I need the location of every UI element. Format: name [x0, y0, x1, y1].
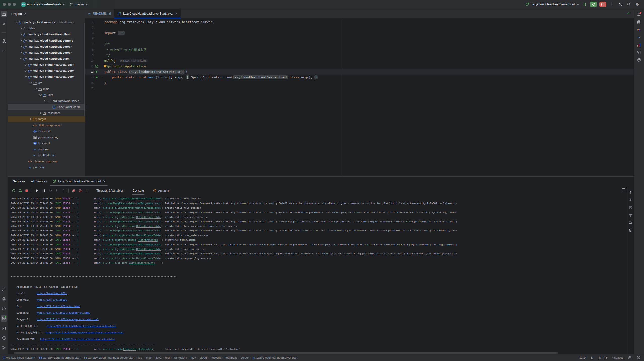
breadcrumb-item[interactable]: heartbeat: [225, 356, 237, 359]
console-output[interactable]: 2024-09-28T11:13:14.670+08:00 WARN 25354…: [8, 195, 634, 354]
project-widget[interactable]: WN wu-lazy-cloud-network: [19, 2, 67, 7]
tab-all-services[interactable]: All Services: [28, 177, 50, 186]
breadcrumb-item[interactable]: java: [156, 356, 161, 359]
tree-item[interactable]: wu-lazy-cloud-heartbeat-serv: [8, 74, 85, 80]
log-logger-name[interactable]: MysqlSourceAdvancedTargetAbstract: [113, 252, 161, 255]
breadcrumb-item[interactable]: org: [165, 356, 170, 359]
editor-tab[interactable]: LazyCloudHeartbeatServerStart.java✕: [114, 9, 181, 18]
view-tab-actuator[interactable]: Actuator: [150, 188, 172, 193]
tree-chevron-icon[interactable]: [38, 94, 42, 96]
tree-item[interactable]: target: [8, 116, 85, 122]
code-line[interactable]: 16}: [85, 80, 634, 86]
tree-item[interactable]: M↓README.md: [8, 152, 85, 158]
tree-item[interactable]: jar-memory.png: [8, 134, 85, 140]
run-configuration-widget[interactable]: LazyCloudHeartbeatServerStart: [525, 2, 579, 6]
resume-button[interactable]: [34, 188, 40, 194]
code-line[interactable]: 9 */: [85, 53, 634, 58]
tab-run-configuration[interactable]: LazyCloudHeartbeatServerStart ✕: [50, 177, 108, 186]
project-tree-scrollbar[interactable]: [84, 23, 85, 116]
code-line[interactable]: 12public class LazyCloudHeartbeatServerS…: [85, 69, 634, 75]
close-window-button[interactable]: [3, 3, 6, 6]
view-breakpoints-button[interactable]: [77, 188, 83, 194]
tree-item[interactable]: Dockerfile: [8, 128, 85, 134]
log-logger-name[interactable]: MysqlSourceAdvancedTargetAbstract: [113, 220, 161, 223]
tree-item[interactable]: wu-lazy-cloud-heartbeat-client: [8, 31, 85, 37]
tree-chevron-icon[interactable]: [19, 33, 23, 36]
prev-occurrence-button[interactable]: [628, 190, 633, 195]
zoom-window-button[interactable]: [13, 3, 16, 6]
gutter-run-icon[interactable]: [94, 70, 99, 74]
status-item[interactable]: 12:14: [579, 356, 587, 359]
add-user-button[interactable]: [617, 1, 623, 7]
console-link[interactable]: http://localhost:6001: [37, 292, 67, 295]
breadcrumb-item[interactable]: wu-lazy-cloud-network: [3, 356, 35, 359]
log-logger-name[interactable]: LazyOperationMethodCreateTable: [117, 248, 161, 251]
breadcrumb-item[interactable]: wu-lazy-cloud-heartbeat-start: [39, 356, 80, 359]
tree-item[interactable]: </>.flattened-pom.xml: [8, 158, 85, 164]
breadcrumb-item[interactable]: wu-lazy-cloud-heartbeat-server-start: [84, 356, 134, 359]
tree-chevron-icon[interactable]: [19, 46, 23, 48]
tool-strip-item-ml-plugin[interactable]: ML: [636, 26, 642, 33]
tool-strip-item-more[interactable]: [1, 48, 7, 54]
console-link[interactable]: http://127.0.0.1:6001/acw-local-client-u…: [40, 338, 115, 340]
stop-button[interactable]: [599, 2, 606, 7]
status-item[interactable]: 4 spaces: [612, 356, 623, 359]
tool-strip-item-dependencies[interactable]: [636, 57, 642, 63]
tree-item[interactable]: wu-lazy-cloud-heartbeat-start: [8, 56, 85, 62]
console-link[interactable]: http://127.0.0.1:6001/swagger-ui/index.h…: [37, 318, 99, 321]
tool-strip-item-project-folder[interactable]: [1, 11, 7, 17]
mute-breakpoints-button[interactable]: [71, 188, 77, 194]
code-line[interactable]: 10@Slf4jwujiawei <12345678>: [85, 58, 634, 64]
close-icon[interactable]: ✕: [175, 12, 177, 15]
breadcrumb-item[interactable]: lazy: [191, 356, 196, 359]
console-link[interactable]: http://127.0.0.1:6001/netty-client-local…: [46, 331, 124, 334]
stop-button[interactable]: [24, 188, 30, 194]
scroll-end-button[interactable]: [628, 212, 633, 218]
code-line[interactable]: 1package org.framework.lazy.cloud.networ…: [85, 19, 634, 25]
tool-strip-item-profiler[interactable]: [1, 305, 7, 312]
tree-item[interactable]: wu-lazy-cloud-heartbeat-server-: [8, 50, 85, 56]
tree-item[interactable]: wu-lazy-cloud-heartbeat-serv: [8, 68, 85, 74]
gutter-rerun-check-icon[interactable]: [94, 64, 99, 68]
more-vert-button[interactable]: ⋮: [84, 188, 90, 194]
tree-item[interactable]: mpom.xml: [8, 164, 85, 170]
pause-button[interactable]: [582, 1, 588, 7]
view-tab-threads-variables[interactable]: Threads & Variables: [94, 188, 126, 193]
tool-strip-item-problems[interactable]: [1, 335, 7, 341]
view-tab-console[interactable]: Console: [130, 188, 146, 193]
log-logger-name[interactable]: LazyOperationMethodCreateTable: [117, 234, 161, 237]
log-logger-name[interactable]: LazyOperationMethodCreateTable: [117, 197, 161, 200]
breadcrumb-item[interactable]: main: [146, 356, 152, 359]
print-button[interactable]: [628, 220, 633, 225]
tree-item[interactable]: LazyCloudHeartb: [8, 104, 85, 110]
code-line[interactable]: 3›import ...: [85, 30, 634, 36]
breadcrumb-item[interactable]: network: [211, 356, 221, 359]
project-panel-header[interactable]: Project: [8, 9, 85, 19]
tree-chevron-icon[interactable]: [38, 112, 42, 114]
more-actions-button[interactable]: ⋮: [609, 1, 615, 7]
log-logger-name[interactable]: LazyOperationMethodCreateTable: [117, 206, 161, 209]
tree-chevron-icon[interactable]: [24, 76, 28, 78]
settings-button[interactable]: ⚙: [634, 1, 640, 7]
tree-item[interactable]: mpom.xml: [8, 146, 85, 152]
unlock-icon[interactable]: [628, 356, 632, 360]
tree-item[interactable]: org.framework.lazy.c: [8, 98, 85, 104]
tool-strip-item-services[interactable]: [1, 315, 7, 322]
log-logger-name[interactable]: MysqlSourceAdvancedTargetAbstract: [113, 211, 161, 214]
gutter-run-icon[interactable]: [94, 75, 99, 79]
log-logger-name[interactable]: EndpointLinksResolver: [123, 348, 153, 351]
tree-item[interactable]: wu-lazy-cloud-heartbeat-clien: [8, 62, 85, 68]
log-logger-name[interactable]: PlatformConfig: [138, 238, 158, 242]
tree-item[interactable]: </>.flattened-pom.xml: [8, 122, 85, 128]
console-link[interactable]: http://127.0.0.1:6001/doc.html: [37, 305, 80, 308]
log-logger-name[interactable]: LazyOperationMethodCreateTable: [117, 216, 161, 219]
editor-tab[interactable]: M↓README.md: [85, 9, 114, 18]
tool-strip-item-git-branch[interactable]: [1, 345, 7, 351]
layout-settings-icon[interactable]: [622, 188, 626, 192]
code-line[interactable]: 17: [85, 86, 634, 91]
tool-strip-item-build-hammer[interactable]: [1, 286, 7, 292]
tool-strip-item-commit[interactable]: [1, 21, 7, 27]
tree-item[interactable]: main: [8, 86, 85, 92]
status-item[interactable]: LF: [591, 356, 594, 359]
window-controls[interactable]: [0, 3, 19, 6]
